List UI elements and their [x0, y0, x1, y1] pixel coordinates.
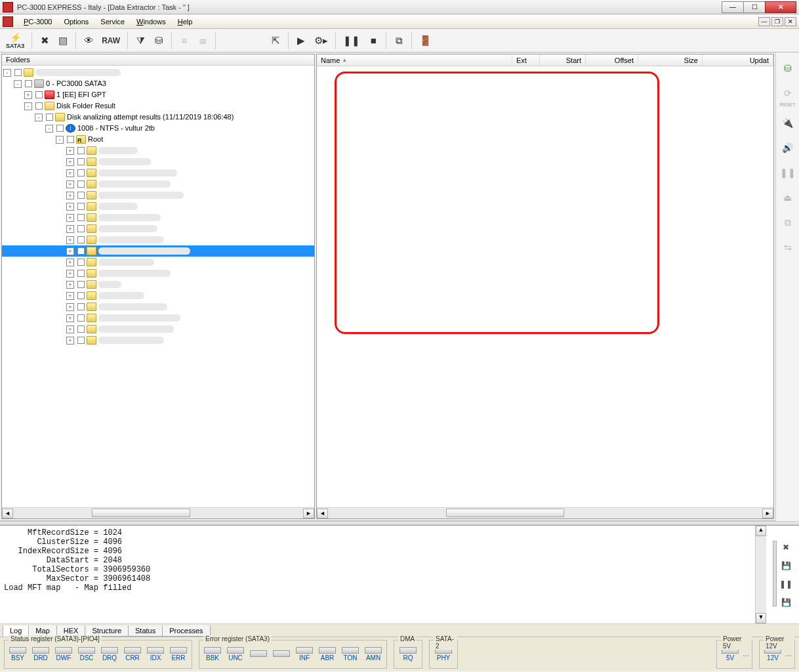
side-sound-button[interactable]: 🔊 — [779, 138, 797, 157]
side-eject-button[interactable]: ⏏ — [779, 188, 797, 207]
filelist-hscroll[interactable]: ◄► — [317, 507, 773, 518]
tree-checkbox[interactable] — [77, 192, 85, 199]
tab-status[interactable]: Status — [128, 625, 163, 637]
log-slider[interactable] — [773, 541, 777, 606]
side-link-button[interactable]: ⇆ — [779, 238, 797, 257]
side-copy-button[interactable]: ⧉ — [779, 213, 797, 232]
col-offset[interactable]: Offset — [586, 54, 638, 66]
side-pause-button[interactable]: ❚❚ — [779, 163, 797, 182]
side-reset-button[interactable]: ⟳ — [779, 84, 797, 102]
tree-row[interactable]: +x — [2, 156, 314, 167]
tree-row[interactable]: +x — [2, 201, 314, 212]
tree-checkbox[interactable] — [25, 80, 32, 87]
tree-checkbox[interactable] — [77, 225, 85, 232]
tree-row[interactable]: +x — [2, 301, 314, 312]
tree-row[interactable]: -i1008 - NTFS - vultur 2tb — [2, 123, 314, 134]
tree-checkbox[interactable] — [77, 169, 85, 177]
tree-checkbox[interactable] — [77, 214, 85, 221]
col-updated[interactable]: Updat — [703, 54, 773, 66]
minimize-button[interactable] — [722, 1, 744, 13]
col-ext[interactable]: Ext — [512, 54, 540, 66]
folders-hscroll[interactable]: ◄► — [2, 507, 314, 518]
raw-button[interactable]: RAW — [98, 32, 123, 50]
menu-service[interactable]: Service — [95, 16, 130, 27]
tree-row[interactable]: -0 - PC3000 SATA3 — [2, 78, 314, 89]
tree-checkbox[interactable] — [77, 180, 85, 188]
tree-checkbox[interactable] — [56, 125, 64, 132]
log-clear-button[interactable]: ✖ — [779, 541, 792, 554]
tree-checkbox[interactable] — [35, 91, 43, 98]
task-button[interactable]: ▤ — [54, 32, 72, 50]
side-db-button[interactable]: ⛁ — [779, 59, 797, 77]
tree-checkbox[interactable] — [35, 102, 43, 110]
tree-row[interactable]: +x — [2, 167, 314, 178]
tree-row[interactable]: +x — [2, 324, 314, 335]
close-button[interactable] — [765, 1, 796, 13]
binoculars-button[interactable]: 👁 — [80, 32, 97, 50]
tree-row[interactable]: -Disk analizing attempt results (11/11/2… — [2, 112, 314, 123]
tree-row[interactable]: +x — [2, 245, 314, 257]
tree-checkbox[interactable] — [77, 292, 85, 299]
maximize-button[interactable] — [743, 1, 766, 13]
tree-row[interactable]: +x — [2, 223, 314, 234]
tree-row[interactable]: +x — [2, 190, 314, 201]
log-pause-button[interactable]: ❚❚ — [779, 578, 792, 591]
tree-checkbox[interactable] — [77, 147, 85, 154]
side-power-button[interactable]: 🔌 — [779, 114, 797, 132]
export-button[interactable]: ⇱ — [267, 32, 284, 50]
play-button[interactable]: ▶ — [293, 32, 310, 50]
tree-row[interactable]: +x — [2, 178, 314, 190]
log-export-button[interactable]: 💾 — [779, 596, 792, 609]
file-list-body[interactable] — [317, 66, 773, 507]
playgear-button[interactable]: ⚙▸ — [311, 32, 331, 50]
mdi-minimize[interactable]: — — [758, 17, 770, 26]
tree-checkbox[interactable] — [14, 69, 22, 76]
tree-row[interactable]: -x — [2, 67, 314, 78]
tree-row[interactable]: +x — [2, 268, 314, 279]
tree-checkbox[interactable] — [77, 247, 85, 255]
tree-row[interactable]: +x — [2, 335, 314, 346]
tree-row[interactable]: -Root — [2, 134, 314, 145]
tree-row[interactable]: +x — [2, 312, 314, 324]
tools-button[interactable]: ✖ — [36, 32, 53, 50]
tree-checkbox[interactable] — [77, 270, 85, 277]
tree-checkbox[interactable] — [67, 136, 74, 143]
col-start[interactable]: Start — [540, 54, 586, 66]
tree-checkbox[interactable] — [77, 326, 85, 333]
tree-checkbox[interactable] — [77, 281, 85, 288]
tree-checkbox[interactable] — [77, 203, 85, 210]
col-name[interactable]: Name▲ — [317, 54, 512, 66]
exit-button[interactable]: 🚪 — [416, 32, 435, 50]
tree-row[interactable]: +x — [2, 212, 314, 223]
tree-row[interactable]: +x — [2, 290, 314, 301]
tree-checkbox[interactable] — [77, 303, 85, 310]
sata3-button[interactable]: ⚡SATA3 — [3, 32, 28, 50]
tree-row[interactable]: +x — [2, 279, 314, 290]
pause-button[interactable]: ❚❚ — [340, 32, 363, 50]
stop-button[interactable]: ■ — [365, 32, 382, 50]
menu-options[interactable]: Options — [58, 16, 94, 27]
tree-row[interactable]: +x — [2, 257, 314, 268]
log-vscroll[interactable]: ▲▼ — [755, 526, 766, 623]
menu-help[interactable]: Help — [173, 16, 198, 27]
log-save-button[interactable]: 💾 — [779, 559, 792, 572]
tree-row[interactable]: +1 [EE] EFI GPT — [2, 89, 314, 100]
sliders2-button[interactable]: ≣ — [194, 32, 211, 50]
tree-checkbox[interactable] — [77, 259, 85, 266]
mdi-close[interactable]: ✕ — [785, 17, 796, 26]
db-button[interactable]: ⛁ — [150, 32, 167, 50]
tree-row[interactable]: +x — [2, 145, 314, 156]
sliders1-button[interactable]: ≡ — [176, 32, 193, 50]
mdi-restore[interactable]: ❐ — [771, 17, 783, 26]
menu-windows[interactable]: Windows — [131, 16, 171, 27]
tree-checkbox[interactable] — [46, 114, 53, 121]
tree-checkbox[interactable] — [77, 314, 85, 322]
tree-checkbox[interactable] — [77, 236, 85, 243]
col-size[interactable]: Size — [638, 54, 703, 66]
tree-checkbox[interactable] — [77, 337, 85, 344]
tree-row[interactable]: -Disk Folder Result — [2, 100, 314, 112]
copy-button[interactable]: ⧉ — [390, 32, 407, 50]
filter-button[interactable]: ⧩ — [132, 32, 149, 50]
menu-pc3000[interactable]: PC-3000 — [18, 16, 57, 27]
tree-row[interactable]: +x — [2, 234, 314, 245]
